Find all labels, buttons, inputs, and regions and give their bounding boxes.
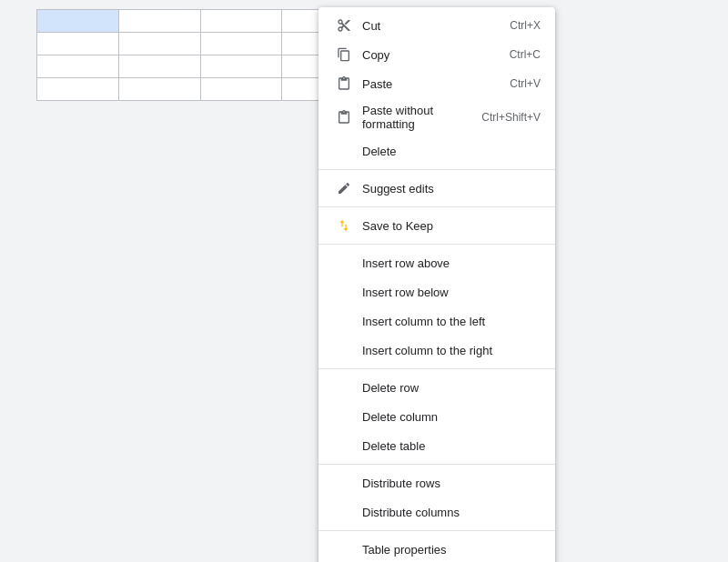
- distribute-columns-menu-item[interactable]: Distribute columns: [318, 497, 555, 527]
- insert-row-below-menu-item[interactable]: Insert row below: [318, 277, 555, 306]
- distribute-rows-label: Distribute rows: [362, 477, 541, 490]
- table-properties-label: Table properties: [362, 543, 541, 557]
- paste-shortcut: Ctrl+V: [510, 77, 541, 90]
- table-cell: [200, 78, 282, 101]
- table-cell: [200, 10, 282, 33]
- copy-icon: [333, 47, 355, 62]
- cut-menu-item[interactable]: Cut Ctrl+X: [318, 11, 555, 40]
- distribute-columns-label: Distribute columns: [362, 506, 541, 519]
- delete-column-menu-item[interactable]: Delete column: [318, 402, 555, 431]
- suggest-edits-label: Suggest edits: [362, 182, 541, 196]
- paste-plain-label: Paste without formatting: [362, 104, 467, 131]
- context-menu: Cut Ctrl+X Copy Ctrl+C Paste Ctrl+V Past…: [318, 7, 555, 562]
- distribute-rows-menu-item[interactable]: Distribute rows: [318, 468, 555, 497]
- insert-row-above-menu-item[interactable]: Insert row above: [318, 248, 555, 277]
- paste-menu-item[interactable]: Paste Ctrl+V: [318, 69, 555, 98]
- copy-menu-item[interactable]: Copy Ctrl+C: [318, 40, 555, 69]
- table-cell: [200, 55, 282, 78]
- table-cell: [118, 10, 200, 33]
- insert-column-left-menu-item[interactable]: Insert column to the left: [318, 306, 555, 336]
- delete-row-label: Delete row: [362, 381, 541, 395]
- paste-without-formatting-menu-item[interactable]: Paste without formatting Ctrl+Shift+V: [318, 98, 555, 136]
- divider-6: [318, 530, 555, 531]
- insert-column-right-label: Insert column to the right: [362, 344, 541, 357]
- copy-shortcut: Ctrl+C: [510, 48, 541, 61]
- copy-label: Copy: [362, 48, 495, 62]
- delete-column-label: Delete column: [362, 410, 541, 424]
- paste-label: Paste: [362, 77, 495, 91]
- delete-table-menu-item[interactable]: Delete table: [318, 431, 555, 460]
- delete-row-menu-item[interactable]: Delete row: [318, 373, 555, 402]
- paste-icon: [333, 76, 355, 91]
- divider-1: [318, 169, 555, 170]
- table-cell: [37, 55, 119, 78]
- suggest-icon: [333, 181, 355, 196]
- delete-table-label: Delete table: [362, 439, 541, 453]
- save-to-keep-label: Save to Keep: [362, 219, 541, 233]
- table-cell: [37, 78, 119, 101]
- divider-3: [318, 244, 555, 245]
- divider-2: [318, 206, 555, 207]
- table-properties-menu-item[interactable]: Table properties: [318, 535, 555, 562]
- suggest-edits-menu-item[interactable]: Suggest edits: [318, 174, 555, 203]
- save-to-keep-menu-item[interactable]: Save to Keep: [318, 211, 555, 240]
- insert-column-left-label: Insert column to the left: [362, 315, 541, 328]
- table-cell: [118, 55, 200, 78]
- cut-icon: [333, 18, 355, 33]
- table-cell: [118, 33, 200, 55]
- insert-row-above-label: Insert row above: [362, 256, 541, 270]
- delete-label: Delete: [362, 145, 541, 158]
- paste-plain-icon: [333, 110, 355, 125]
- cut-label: Cut: [362, 19, 495, 33]
- table-cell: [118, 78, 200, 101]
- table-cell: [37, 10, 119, 33]
- delete-menu-item[interactable]: Delete: [318, 136, 555, 166]
- paste-plain-shortcut: Ctrl+Shift+V: [481, 111, 541, 124]
- insert-row-below-label: Insert row below: [362, 286, 541, 299]
- divider-5: [318, 464, 555, 465]
- divider-4: [318, 368, 555, 369]
- table-cell: [37, 33, 119, 55]
- insert-column-right-menu-item[interactable]: Insert column to the right: [318, 336, 555, 365]
- table-cell: [200, 33, 282, 55]
- keep-icon: [333, 218, 355, 233]
- cut-shortcut: Ctrl+X: [510, 19, 541, 32]
